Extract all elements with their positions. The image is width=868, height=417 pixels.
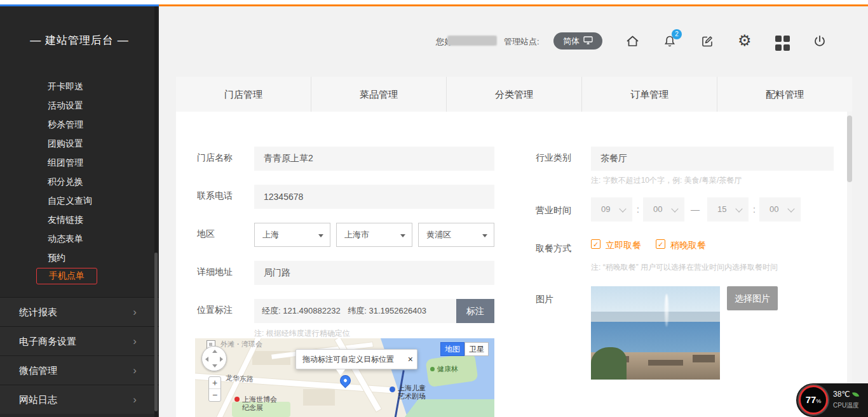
checkbox-later-pickup[interactable]: ✓ [656,239,665,249]
store-name-label: 门店名称 [197,152,233,164]
section-label: 微信管理 [19,356,57,385]
poi-green-icon [430,367,435,371]
tab-ingredient-management[interactable]: 配料管理 [717,77,852,112]
time-colon: : [637,204,639,215]
module-tabs: 门店管理 菜品管理 分类管理 订单管理 配料管理 [176,77,852,112]
industry-input[interactable] [591,147,834,171]
poi-red-icon [234,397,240,402]
open-hour-select[interactable]: 09 [591,197,632,222]
home-icon[interactable] [625,34,641,50]
map-greenbelt [405,399,494,417]
tab-store-management[interactable]: 门店管理 [176,77,311,112]
longitude-label: 经度: [262,306,281,315]
caret-down-icon [482,234,487,237]
sidebar-item-booking[interactable]: 预约 [48,251,65,265]
industry-label: 行业类别 [536,152,571,164]
phone-input[interactable] [254,185,494,209]
district-select[interactable]: 黄浦区 [418,223,494,247]
province-value: 上海 [262,230,279,239]
gear-icon[interactable]: ⚙ [738,33,753,48]
choose-image-button[interactable]: 选择图片 [727,286,778,310]
hours-label: 营业时间 [536,205,571,216]
close-hour-select[interactable]: 15 [707,197,749,222]
zoom-in-button[interactable]: + [209,377,220,389]
time-dash: — [691,204,700,215]
section-label: 统计报表 [19,298,57,327]
cpu-widget[interactable]: 77% 38℃ CPU温度 [796,383,868,417]
sidebar-item-activity[interactable]: 活动设置 [48,98,83,112]
section-label: 电子商务设置 [19,327,76,356]
province-select[interactable]: 上海 [254,223,330,247]
address-input[interactable] [254,261,494,285]
chevron-down-icon [787,205,794,212]
cpu-percent: 77 [806,394,817,405]
content-panel: 门店名称 联系电话 地区 上海 上海市 黄浦区 详细地址 位置标注 经度: [176,112,852,417]
mark-location-button[interactable]: 标注 [456,299,494,323]
panel-scrollbar-thumb[interactable] [847,116,852,182]
caret-down-icon [318,234,323,237]
sidebar-scrollbar-thumb[interactable] [154,253,158,411]
immediate-pickup-label[interactable]: 立即取餐 [606,240,641,251]
checkbox-immediate-pickup[interactable]: ✓ [591,239,600,249]
open-minute-select[interactable]: 00 [643,197,684,222]
sidebar-section-site-log[interactable]: 网站日志 › [0,385,159,414]
poi-blue-icon [390,387,395,392]
sidebar-section-ecommerce[interactable]: 电子商务设置 › [0,326,159,355]
map-pan-control[interactable] [201,346,227,371]
location-note: 注: 根据经纬度进行精确定位 [254,328,350,339]
sidebar-section-wechat[interactable]: 微信管理 › [0,355,159,385]
zoom-out-button[interactable]: − [209,389,220,401]
map-label-road: 龙华东路 [226,374,254,383]
cpu-temp-value: 38℃ [833,390,850,399]
district-value: 黄浦区 [426,230,451,239]
tab-dish-management[interactable]: 菜品管理 [311,77,446,112]
pan-left-icon [205,357,208,362]
close-icon[interactable]: × [408,350,413,368]
cpu-usage-gauge[interactable]: 77% [799,385,828,414]
sidebar-item-custom-query[interactable]: 自定义查询 [48,194,92,208]
edit-icon[interactable] [700,34,715,50]
sidebar-item-links[interactable]: 友情链接 [48,213,83,227]
tab-order-management[interactable]: 订单管理 [581,77,717,112]
map-zoom-control: + − [208,376,221,402]
image-label: 图片 [536,294,553,305]
map-type-satellite-button[interactable]: 卫星 [465,342,489,356]
chevron-down-icon [735,205,742,212]
blurred-username [447,36,497,46]
map-type-map-button[interactable]: 地图 [440,342,465,356]
city-select[interactable]: 上海市 [336,223,412,247]
time-colon: : [753,204,756,215]
sidebar-item-dynamic-form[interactable]: 动态表单 [48,232,83,246]
tab-category-management[interactable]: 分类管理 [446,77,581,112]
later-pickup-label[interactable]: 稍晚取餐 [670,240,706,251]
store-photo [591,286,720,380]
sidebar-item-card-gift[interactable]: 开卡即送 [48,79,83,93]
map-label-expo: 上海世博会纪念展 [242,395,279,412]
cpu-temp-row: 38℃ [833,390,858,399]
pickup-note: 注: “稍晚取餐” 用户可以选择在营业时间内选择取餐时间 [591,262,778,273]
sidebar-item-groupbuy[interactable]: 团购设置 [48,136,83,150]
map[interactable]: 外滩・湾璟会 龙华东路 上海世博会纪念展 上海儿童艺术剧场 健康林 + − [195,338,494,417]
coordinates-field[interactable]: 经度: 121.490882232 纬度: 31.1952626403 [254,299,456,323]
sidebar-item-points[interactable]: 积分兑换 [48,175,83,189]
map-building-block [303,389,335,406]
sidebar-item-team[interactable]: 组团管理 [48,156,83,169]
region-label: 地区 [197,228,215,240]
caret-down-icon [400,234,405,237]
sidebar-item-mobile-order-active[interactable]: 手机点单 [36,268,97,284]
apps-grid-icon[interactable] [775,36,790,51]
site-label: 管理站点: [504,36,539,48]
store-name-input[interactable] [254,147,494,171]
close-minute-select[interactable]: 00 [759,197,801,222]
power-icon[interactable] [813,34,828,50]
language-button[interactable]: 简体 [553,32,602,50]
chevron-down-icon [619,205,626,212]
sidebar-section-statistics[interactable]: 统计报表 › [0,297,159,326]
photo-mountains [591,312,720,322]
pan-up-icon [212,350,217,353]
cpu-percent-unit: % [816,398,821,404]
main-area: 您好 管理站点: 简体 2 ⚙ 门店管理 菜品管理 分类 [159,6,868,417]
chevron-down-icon [671,205,678,212]
sidebar-item-seckill[interactable]: 秒杀管理 [48,117,83,131]
latitude-label: 纬度: [348,306,367,315]
